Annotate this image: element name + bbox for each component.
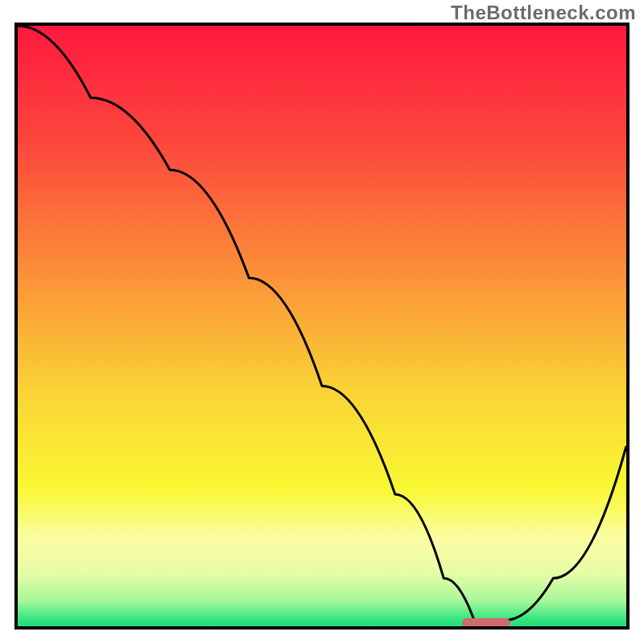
watermark-text: TheBottleneck.com	[451, 2, 636, 24]
optimal-range-marker	[462, 618, 510, 628]
bottleneck-curve	[18, 26, 626, 626]
chart-frame	[14, 23, 630, 630]
